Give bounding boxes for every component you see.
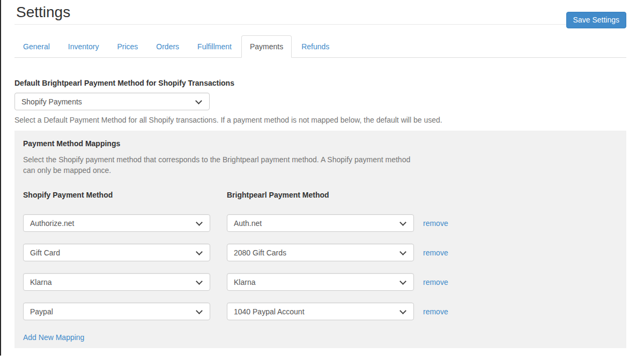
tab-refunds[interactable]: Refunds: [293, 35, 338, 58]
brightpearl-method-select-wrap: 1040 Paypal Account: [227, 303, 414, 320]
default-method-select[interactable]: Shopify Payments: [15, 93, 209, 110]
add-new-mapping-link[interactable]: Add New Mapping: [23, 332, 84, 343]
shopify-method-select-4[interactable]: Paypal: [24, 303, 210, 320]
tab-payments[interactable]: Payments: [241, 35, 292, 58]
tab-inventory[interactable]: Inventory: [60, 35, 108, 58]
mapping-row-1: Authorize.net Auth.net remove: [23, 214, 618, 232]
shopify-method-select-1[interactable]: Authorize.net: [24, 215, 210, 231]
tab-orders[interactable]: Orders: [147, 35, 188, 58]
brightpearl-method-select-wrap: 2080 Gift Cards: [227, 244, 414, 261]
shopify-method-select-2[interactable]: Gift Card: [24, 244, 210, 261]
settings-tabbar: General Inventory Prices Orders Fulfillm…: [14, 35, 626, 58]
default-method-label: Default Brightpearl Payment Method for S…: [14, 78, 626, 88]
shopify-method-select-wrap: Paypal: [23, 303, 210, 320]
shopify-column-header: Shopify Payment Method: [23, 190, 227, 200]
mappings-description: Select the Shopify payment method that c…: [23, 154, 424, 176]
payment-method-mappings-panel: Payment Method Mappings Select the Shopi…: [14, 131, 626, 348]
settings-page: Settings Save Settings General Inventory…: [14, 0, 626, 348]
default-method-help-text: Select a Default Payment Method for all …: [14, 115, 626, 125]
brightpearl-method-select-wrap: Klarna: [227, 273, 414, 291]
tab-fulfillment[interactable]: Fulfillment: [189, 35, 240, 58]
title-divider: [14, 24, 626, 25]
brightpearl-column-header: Brightpearl Payment Method: [227, 190, 329, 200]
mapping-row-2: Gift Card 2080 Gift Cards remove: [23, 244, 618, 261]
remove-mapping-link-1[interactable]: remove: [423, 219, 448, 228]
shopify-method-select-3[interactable]: Klarna: [24, 274, 210, 290]
brightpearl-method-select-1[interactable]: Auth.net: [227, 215, 413, 231]
shopify-method-select-wrap: Authorize.net: [23, 214, 210, 232]
mapping-row-4: Paypal 1040 Paypal Account remove: [23, 303, 618, 320]
mappings-title: Payment Method Mappings: [23, 138, 618, 149]
brightpearl-method-select-3[interactable]: Klarna: [227, 274, 413, 290]
shopify-method-select-wrap: Gift Card: [23, 244, 210, 261]
tab-general[interactable]: General: [14, 35, 58, 58]
remove-mapping-link-3[interactable]: remove: [423, 278, 448, 286]
remove-mapping-link-2[interactable]: remove: [423, 248, 448, 257]
remove-mapping-link-4[interactable]: remove: [423, 307, 448, 316]
save-settings-button[interactable]: Save Settings: [566, 12, 626, 28]
brightpearl-method-select-wrap: Auth.net: [227, 214, 414, 232]
page-title: Settings: [14, 0, 626, 21]
window-left-edge: [0, 0, 1, 356]
shopify-method-select-wrap: Klarna: [23, 273, 210, 291]
mappings-column-headers: Shopify Payment Method Brightpearl Payme…: [23, 190, 618, 200]
tab-prices[interactable]: Prices: [108, 35, 146, 58]
brightpearl-method-select-4[interactable]: 1040 Paypal Account: [227, 303, 413, 320]
default-method-select-wrap: Shopify Payments: [14, 93, 210, 110]
mapping-row-3: Klarna Klarna remove: [23, 273, 618, 291]
brightpearl-method-select-2[interactable]: 2080 Gift Cards: [227, 244, 413, 261]
